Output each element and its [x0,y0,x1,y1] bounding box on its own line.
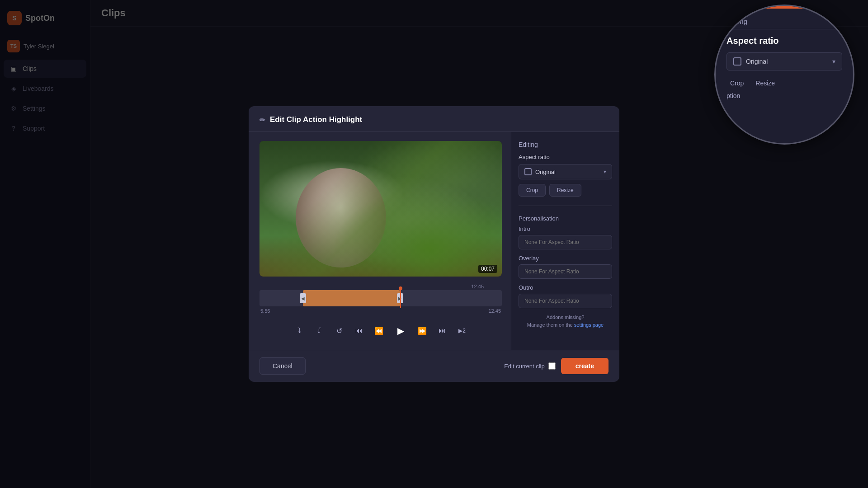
panel-editing-section: Editing Aspect ratio Original ▾ Crop Res… [519,141,612,197]
zoom-aspect-value: Original [746,58,828,65]
video-inner [259,141,502,277]
personalisation-section: Personalisation Intro Overlay Outro Addo… [519,215,612,328]
left-arrow-icon: ◀ [301,296,305,301]
zoom-resize-button[interactable]: Resize [752,78,778,89]
play-button[interactable]: ▶ [392,323,409,339]
timeline-playhead[interactable] [400,288,401,308]
modal-footer: Cancel Edit current clip create [249,350,619,382]
crop-resize-buttons: Crop Resize [519,184,612,197]
edit-icon: ✏ [259,116,265,124]
zoom-content: Editing Aspect ratio Original ▾ Crop Res… [716,9,853,143]
skip-forward-button[interactable]: ⏩ [416,324,429,337]
overlay-label: Overlay [519,255,612,262]
footer-right: Edit current clip create [504,358,609,374]
timeline-time-right: 12.45 [488,308,501,314]
modal-header: ✏ Edit Clip Action Highlight [249,106,619,132]
timeline-track[interactable]: ◀ ▶ [259,290,502,306]
video-timestamp: 00:07 [478,265,497,273]
loop-button[interactable]: ↺ [333,324,345,337]
create-button[interactable]: create [561,358,609,374]
timeline-container: 12.45 ◀ ▶ 5.56 12.45 [259,282,502,315]
skip-back-far-button[interactable]: ⏮ [353,324,365,337]
aspect-ratio-value: Original [535,169,600,175]
edit-clip-modal: ✏ Edit Clip Action Highlight 00:07 12.45 [249,106,619,382]
zoom-partial-text: ption [726,92,842,99]
timeline-selection[interactable] [303,290,400,306]
zoom-circle-overlay: Editing Aspect ratio Original ▾ Crop Res… [714,5,854,145]
zoom-crop-resize: Crop Resize [726,78,842,89]
timeline-handle-left[interactable]: ◀ [300,293,306,303]
modal-title: Edit Clip Action Highlight [270,115,362,124]
editing-section-label: Editing [519,141,612,148]
timeline-times: 5.56 12.45 [259,306,502,314]
intro-label: Intro [519,225,612,232]
addons-missing-text: Addons missing? Manage them on the setti… [519,314,612,328]
intro-input[interactable] [519,235,612,249]
skip-back-button[interactable]: ⏪ [373,324,385,337]
aspect-ratio-label: Aspect ratio [519,154,612,160]
personalisation-label: Personalisation [519,215,612,222]
edit-current-clip-label: Edit current clip [504,362,556,370]
speed-button[interactable]: ▶2 [456,324,468,337]
outro-input[interactable] [519,294,612,308]
zoom-aspect-title: Aspect ratio [726,36,842,46]
skip-forward-far-button[interactable]: ⏭ [436,324,448,337]
overlay-input[interactable] [519,264,612,279]
video-section: 00:07 12.45 ◀ ▶ [249,132,511,350]
zoom-aspect-icon [733,57,741,66]
zoom-aspect-select[interactable]: Original ▾ [726,52,842,70]
zoom-editing-label: Editing [726,18,842,29]
mark-out-button[interactable]: ⤵ [313,324,326,337]
divider [519,206,612,206]
resize-button[interactable]: Resize [549,184,581,197]
chevron-down-icon: ▾ [604,169,606,175]
zoom-crop-button[interactable]: Crop [726,78,747,89]
zoom-chevron-icon: ▾ [832,58,835,65]
crop-button[interactable]: Crop [519,184,546,197]
aspect-ratio-select[interactable]: Original ▾ [519,164,612,179]
modal-body: 00:07 12.45 ◀ ▶ [249,132,619,350]
mark-in-button[interactable]: ⤵ [293,324,306,337]
timeline-marker-end: 12.45 [471,284,484,289]
timeline-markers: 12.45 [259,284,502,289]
playback-controls: ⤵ ⤵ ↺ ⏮ ⏪ ▶ ⏩ ⏭ ▶2 [259,321,502,341]
aspect-ratio-icon [524,168,532,175]
cancel-button[interactable]: Cancel [259,357,306,375]
aspect-ratio-wrapper: Original ▾ [519,164,612,179]
edit-current-checkbox[interactable] [548,362,556,370]
timeline-time-left: 5.56 [260,308,270,314]
settings-page-link[interactable]: settings page [574,322,604,328]
outro-label: Outro [519,284,612,291]
video-scene [259,141,502,277]
editing-panel: Editing Aspect ratio Original ▾ Crop Res… [511,132,619,350]
video-container: 00:07 [259,141,502,277]
